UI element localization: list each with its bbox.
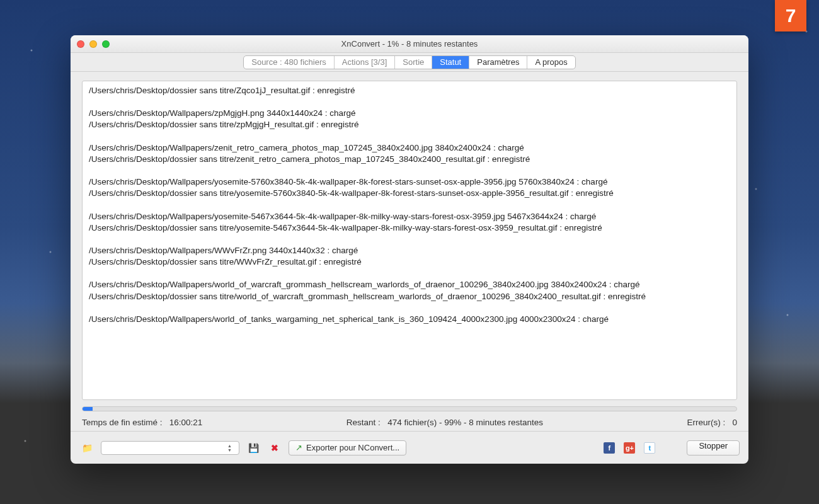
tab-sortie[interactable]: Sortie xyxy=(395,56,432,69)
log-line: /Users/chris/Desktop/dossier sans titre/… xyxy=(89,256,730,268)
eta-label: Temps de fin estimé : xyxy=(82,418,163,427)
log-line xyxy=(89,96,730,108)
folder-icon[interactable]: 📁 xyxy=(79,441,94,455)
save-icon[interactable]: 💾 xyxy=(246,441,261,455)
export-nconvert-button[interactable]: ↗ Exporter pour NConvert... xyxy=(289,440,406,455)
tab-source[interactable]: Source : 480 fichiers xyxy=(244,56,335,69)
tab-actions[interactable]: Actions [3/3] xyxy=(335,56,396,69)
log-line xyxy=(89,165,730,176)
log-line xyxy=(89,268,730,279)
window-title: XnConvert - 1% - 8 minutes restantes xyxy=(71,39,748,49)
export-label: Exporter pour NConvert... xyxy=(306,443,399,452)
log-line: /Users/chris/Desktop/Wallpapers/zpMgjgH.… xyxy=(89,108,730,119)
tab-statut[interactable]: Statut xyxy=(432,56,469,69)
progress-fill xyxy=(83,407,93,411)
footer-toolbar: 📁 ▲▼ 💾 ✖ ↗ Exporter pour NConvert... f g… xyxy=(71,431,748,464)
log-line xyxy=(89,200,730,211)
log-line: /Users/chris/Desktop/Wallpapers/WWvFrZr.… xyxy=(89,245,730,256)
delete-icon[interactable]: ✖ xyxy=(267,441,282,455)
log-line: /Users/chris/Desktop/Wallpapers/zenit_re… xyxy=(89,142,730,154)
log-line: /Users/chris/Desktop/Wallpapers/yosemite… xyxy=(89,176,730,188)
tab-apropos[interactable]: A propos xyxy=(527,56,575,69)
twitter-icon[interactable]: t xyxy=(644,442,655,454)
eta-value: 16:00:21 xyxy=(169,418,203,427)
export-icon: ↗ xyxy=(295,443,302,452)
errors-label: Erreur(s) : xyxy=(687,418,725,427)
toolbar-tabs: Source : 480 fichiers Actions [3/3] Sort… xyxy=(71,53,748,72)
stepper-icon[interactable]: ▲▼ xyxy=(227,442,236,454)
stop-button[interactable]: Stopper xyxy=(687,440,740,455)
errors-value: 0 xyxy=(732,418,737,427)
remaining-value: 474 fichier(s) - 99% - 8 minutes restant… xyxy=(387,418,543,427)
log-line: /Users/chris/Desktop/Wallpapers/world_of… xyxy=(89,314,730,325)
log-line xyxy=(89,302,730,314)
log-line: /Users/chris/Desktop/dossier sans titre/… xyxy=(89,119,730,130)
log-line xyxy=(89,234,730,245)
log-line: /Users/chris/Desktop/dossier sans titre/… xyxy=(89,188,730,199)
log-line: /Users/chris/Desktop/Wallpapers/world_of… xyxy=(89,279,730,290)
log-line: /Users/chris/Desktop/dossier sans titre/… xyxy=(89,291,730,302)
preset-combo[interactable]: ▲▼ xyxy=(101,441,239,455)
log-line xyxy=(89,131,730,142)
titlebar: XnConvert - 1% - 8 minutes restantes xyxy=(71,35,748,53)
progress-bar xyxy=(82,406,737,411)
facebook-icon[interactable]: f xyxy=(604,442,615,454)
status-log[interactable]: /Users/chris/Desktop/dossier sans titre/… xyxy=(82,81,737,400)
log-line: /Users/chris/Desktop/Wallpapers/yosemite… xyxy=(89,211,730,222)
googleplus-icon[interactable]: g+ xyxy=(624,442,635,454)
tab-parametres[interactable]: Paramètres xyxy=(469,56,527,69)
page-step-badge: 7 xyxy=(775,0,806,32)
app-window: XnConvert - 1% - 8 minutes restantes Sou… xyxy=(71,35,748,464)
log-line: /Users/chris/Desktop/dossier sans titre/… xyxy=(89,222,730,234)
log-line: /Users/chris/Desktop/dossier sans titre/… xyxy=(89,85,730,96)
log-line: /Users/chris/Desktop/dossier sans titre/… xyxy=(89,154,730,165)
remaining-label: Restant : xyxy=(346,418,381,427)
